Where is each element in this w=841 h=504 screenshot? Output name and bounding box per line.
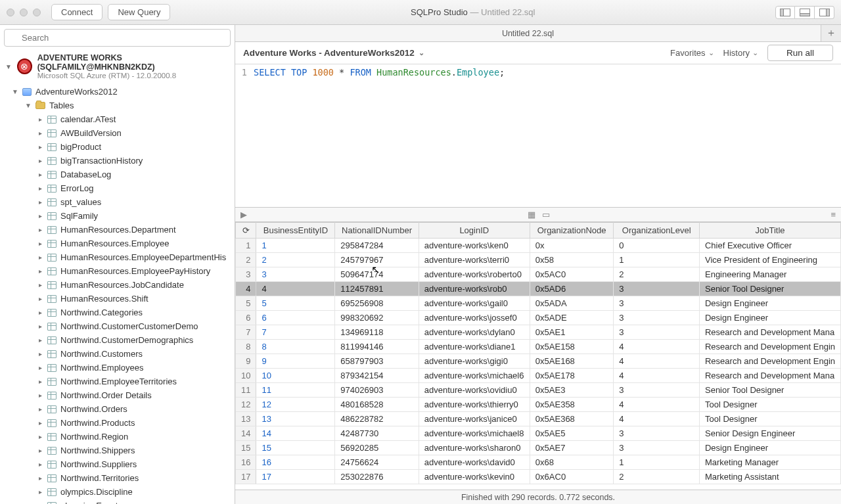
- table-node[interactable]: ▸Northwind.Region: [0, 430, 235, 444]
- cell[interactable]: 3: [614, 282, 700, 296]
- cell[interactable]: 695256908: [335, 296, 419, 311]
- cell[interactable]: 0x5AC0: [530, 267, 613, 282]
- cell[interactable]: 4: [614, 369, 700, 383]
- table-node[interactable]: ▸bigProduct: [0, 140, 235, 154]
- cell[interactable]: 245797967: [335, 253, 419, 267]
- table-row[interactable]: 151556920285adventure-works\sharon00x5AE…: [236, 441, 841, 455]
- cell[interactable]: 879342154: [335, 369, 419, 383]
- table-row[interactable]: 77134969118adventure-works\dylan00x5AE13…: [236, 325, 841, 340]
- search-input[interactable]: [4, 29, 231, 47]
- cell[interactable]: adventure-works\ken0: [419, 239, 530, 253]
- cell[interactable]: 480168528: [335, 398, 419, 412]
- cell[interactable]: 15: [256, 441, 335, 455]
- table-node[interactable]: ▸Northwind.Categories: [0, 306, 235, 319]
- cell[interactable]: adventure-works\rob0: [419, 282, 530, 296]
- layout-bottom-icon[interactable]: [795, 6, 815, 19]
- cell[interactable]: adventure-works\jossef0: [419, 311, 530, 325]
- table-row[interactable]: 22245797967adventure-works\terri00x581Vi…: [236, 253, 841, 267]
- cell[interactable]: 8: [256, 340, 335, 354]
- cell[interactable]: 0x5AE168: [530, 354, 613, 369]
- cell[interactable]: 509647174: [335, 267, 419, 282]
- cell[interactable]: 0x5AE158: [530, 340, 613, 354]
- row-number[interactable]: 5: [236, 296, 256, 311]
- cell[interactable]: 2: [256, 253, 335, 267]
- grid-view-icon[interactable]: ▦: [528, 210, 535, 219]
- cell[interactable]: Marketing Manager: [699, 455, 840, 470]
- layout-right-icon[interactable]: [815, 6, 834, 19]
- column-header[interactable]: OrganizationLevel: [614, 223, 700, 239]
- run-all-button[interactable]: Run all: [767, 45, 833, 61]
- chevron-right-icon[interactable]: ▸: [37, 198, 43, 206]
- chevron-right-icon[interactable]: ▸: [37, 378, 43, 385]
- cell[interactable]: 42487730: [335, 426, 419, 441]
- chevron-right-icon[interactable]: ▸: [37, 240, 43, 247]
- chevron-right-icon[interactable]: ▸: [37, 488, 43, 495]
- chevron-right-icon[interactable]: ▸: [37, 212, 43, 219]
- table-node[interactable]: ▸olympics.Discipline: [0, 485, 235, 499]
- cell[interactable]: adventure-works\ovidiu0: [419, 383, 530, 398]
- cell[interactable]: 3: [614, 441, 700, 455]
- table-row[interactable]: 11295847284adventure-works\ken00x0Chief …: [236, 239, 841, 253]
- cell[interactable]: 13: [256, 412, 335, 426]
- table-node[interactable]: ▸spt_values: [0, 195, 235, 209]
- chevron-right-icon[interactable]: ▸: [37, 364, 43, 371]
- chevron-right-icon[interactable]: ▸: [37, 474, 43, 482]
- cell[interactable]: 11: [256, 383, 335, 398]
- cell[interactable]: 4: [256, 282, 335, 296]
- cell[interactable]: 56920285: [335, 441, 419, 455]
- cell[interactable]: Research and Development Engin: [699, 354, 840, 369]
- cell[interactable]: 0x: [530, 239, 613, 253]
- new-query-button[interactable]: New Query: [108, 4, 170, 20]
- cell[interactable]: 12: [256, 398, 335, 412]
- layout-left-icon[interactable]: [775, 6, 795, 19]
- row-number[interactable]: 7: [236, 325, 256, 340]
- cell[interactable]: adventure-works\kevin0: [419, 470, 530, 484]
- table-row[interactable]: 141442487730adventure-works\michael80x5A…: [236, 426, 841, 441]
- table-node[interactable]: ▸HumanResources.JobCandidate: [0, 278, 235, 292]
- row-number[interactable]: 10: [236, 369, 256, 383]
- table-node[interactable]: ▸olympics.Event: [0, 499, 235, 504]
- chevron-right-icon[interactable]: ▸: [37, 129, 43, 137]
- row-number[interactable]: 14: [236, 426, 256, 441]
- cell[interactable]: 4: [614, 412, 700, 426]
- table-node[interactable]: ▸bigTransactionHistory: [0, 154, 235, 168]
- cell[interactable]: Tool Designer: [699, 398, 840, 412]
- cell[interactable]: Design Engineer: [699, 441, 840, 455]
- chevron-right-icon[interactable]: ▸: [37, 171, 43, 178]
- cell[interactable]: Chief Executive Officer: [699, 239, 840, 253]
- table-row[interactable]: 88811994146adventure-works\diane10x5AE15…: [236, 340, 841, 354]
- cell[interactable]: 4: [614, 354, 700, 369]
- cell[interactable]: Tool Designer: [699, 412, 840, 426]
- chevron-right-icon[interactable]: ▸: [37, 157, 43, 164]
- cell[interactable]: 16: [256, 455, 335, 470]
- menu-icon[interactable]: ≡: [830, 210, 836, 219]
- chevron-right-icon[interactable]: ▸: [37, 254, 43, 261]
- tables-node[interactable]: ▼ Tables: [0, 99, 235, 112]
- cell[interactable]: 10: [256, 369, 335, 383]
- column-header[interactable]: BusinessEntityID: [256, 223, 335, 239]
- table-node[interactable]: ▸Northwind.Products: [0, 416, 235, 430]
- row-number[interactable]: 16: [236, 455, 256, 470]
- table-node[interactable]: ▸ErrorLog: [0, 181, 235, 195]
- table-row[interactable]: 1010879342154adventure-works\michael60x5…: [236, 369, 841, 383]
- cell[interactable]: 3: [614, 383, 700, 398]
- cell[interactable]: Research and Development Mana: [699, 325, 840, 340]
- cell[interactable]: 974026903: [335, 383, 419, 398]
- cell[interactable]: 0x5AE7: [530, 441, 613, 455]
- history-button[interactable]: History⌄: [723, 48, 758, 58]
- cell[interactable]: Research and Development Engin: [699, 340, 840, 354]
- row-number[interactable]: 17: [236, 470, 256, 484]
- cell[interactable]: 0x68: [530, 455, 613, 470]
- cell[interactable]: Engineering Manager: [699, 267, 840, 282]
- cell[interactable]: 0x5AE358: [530, 398, 613, 412]
- cell[interactable]: 0x5AE178: [530, 369, 613, 383]
- table-node[interactable]: ▸Northwind.Orders: [0, 402, 235, 416]
- cell[interactable]: Vice President of Engineering: [699, 253, 840, 267]
- cell[interactable]: Senior Tool Designer: [699, 383, 840, 398]
- row-number[interactable]: 8: [236, 340, 256, 354]
- table-row[interactable]: 161624756624adventure-works\david00x681M…: [236, 455, 841, 470]
- cell[interactable]: Research and Development Mana: [699, 369, 840, 383]
- cell[interactable]: 1: [614, 253, 700, 267]
- play-icon[interactable]: ▶: [240, 210, 247, 219]
- cell[interactable]: adventure-works\terri0: [419, 253, 530, 267]
